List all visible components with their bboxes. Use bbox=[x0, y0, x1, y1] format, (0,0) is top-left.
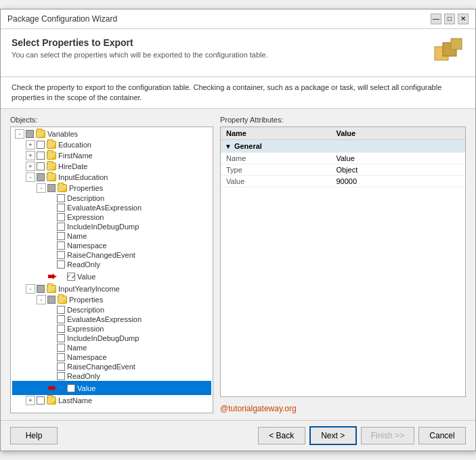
expander-icon[interactable]: - bbox=[37, 295, 46, 304]
window-controls: — □ ✕ bbox=[431, 14, 469, 24]
tree-item-includedebug1[interactable]: IncludeInDebugDump bbox=[12, 222, 211, 231]
tree-label: Expression bbox=[67, 325, 104, 333]
expander-icon[interactable]: + bbox=[26, 140, 35, 150]
prop-name: Name bbox=[221, 153, 330, 164]
minimize-button[interactable]: — bbox=[431, 14, 441, 24]
tree-item-properties1[interactable]: -Properties bbox=[12, 183, 211, 193]
tree-item-education[interactable]: +Education bbox=[12, 139, 211, 150]
tree-item-desc1[interactable]: Description bbox=[12, 193, 211, 203]
tree-item-lastname[interactable]: +LastName bbox=[12, 395, 211, 406]
expander-icon[interactable]: + bbox=[26, 151, 35, 160]
header-section: Select Properties to Export You can sele… bbox=[1, 29, 475, 77]
folder-icon bbox=[58, 184, 67, 192]
tree-label: FirstName bbox=[58, 152, 93, 160]
tree-item-namespace1[interactable]: Namespace bbox=[12, 241, 211, 250]
tree-item-includedebug2[interactable]: IncludeInDebugDump bbox=[12, 334, 211, 343]
checkbox[interactable] bbox=[37, 396, 45, 405]
checkbox[interactable] bbox=[37, 141, 45, 149]
checkbox[interactable] bbox=[57, 260, 65, 269]
checkbox[interactable] bbox=[47, 184, 56, 192]
folder-icon bbox=[47, 396, 56, 405]
tree-item-variables[interactable]: -Variables bbox=[12, 129, 211, 139]
tree-item-name2[interactable]: Name bbox=[12, 343, 211, 352]
checkbox[interactable] bbox=[57, 232, 65, 240]
tree-item-properties2[interactable]: -Properties bbox=[12, 294, 211, 305]
checkbox[interactable] bbox=[37, 162, 45, 170]
checkbox[interactable] bbox=[57, 334, 65, 342]
tree-label: InputEducation bbox=[58, 173, 108, 181]
tree-item-value1[interactable]: ➨✓Value bbox=[12, 269, 211, 283]
tree-label: IncludeInDebugDump bbox=[67, 223, 139, 231]
finish-button[interactable]: Finish >> bbox=[361, 427, 414, 444]
arrow-icon: ➨ bbox=[47, 270, 56, 283]
props-row: NameValue bbox=[221, 153, 465, 164]
tree-item-expr2[interactable]: Expression bbox=[12, 324, 211, 334]
prop-value: Object bbox=[330, 164, 465, 176]
next-button[interactable]: Next > bbox=[309, 426, 357, 445]
tree-item-raisechanged2[interactable]: RaiseChangedEvent bbox=[12, 362, 211, 371]
help-button[interactable]: Help bbox=[10, 427, 58, 444]
tree-label: EvaluateAsExpression bbox=[67, 315, 142, 323]
props-row: TypeObject bbox=[221, 164, 465, 176]
tree-item-expr1[interactable]: Expression bbox=[12, 212, 211, 222]
tree-item-firstname[interactable]: +FirstName bbox=[12, 150, 211, 161]
tree-container[interactable]: -Variables+Education+FirstName+HireDate-… bbox=[10, 127, 213, 413]
tree-label: LastName bbox=[58, 396, 92, 405]
tree-item-namespace2[interactable]: Namespace bbox=[12, 352, 211, 362]
tree-item-hiredate[interactable]: +HireDate bbox=[12, 161, 211, 172]
maximize-button[interactable]: □ bbox=[444, 14, 455, 24]
checkbox[interactable] bbox=[57, 372, 65, 380]
tree-item-raisechanged1[interactable]: RaiseChangedEvent bbox=[12, 250, 211, 260]
page-title: Select Properties to Export bbox=[12, 37, 268, 48]
checkbox[interactable] bbox=[57, 306, 65, 314]
expander-icon[interactable]: - bbox=[26, 172, 35, 182]
checkbox[interactable] bbox=[57, 204, 65, 212]
folder-icon bbox=[36, 130, 45, 138]
tree-item-name1[interactable]: Name bbox=[12, 231, 211, 241]
checkbox[interactable] bbox=[37, 152, 45, 160]
checkbox[interactable] bbox=[57, 344, 65, 352]
checkbox[interactable] bbox=[57, 194, 65, 202]
folder-icon bbox=[47, 285, 56, 293]
expander-icon[interactable]: - bbox=[26, 284, 35, 294]
tree-item-evalexpr2[interactable]: EvaluateAsExpression bbox=[12, 315, 211, 324]
close-button[interactable]: ✕ bbox=[458, 14, 469, 24]
tree-item-readonly2[interactable]: ReadOnly bbox=[12, 371, 211, 381]
cancel-button[interactable]: Cancel bbox=[418, 427, 466, 444]
checkbox[interactable] bbox=[47, 296, 56, 304]
tree-item-readonly1[interactable]: ReadOnly bbox=[12, 260, 211, 269]
expander-icon[interactable]: - bbox=[15, 129, 24, 139]
checkbox[interactable] bbox=[57, 325, 65, 333]
checkbox[interactable] bbox=[37, 285, 45, 293]
main-content: Objects: -Variables+Education+FirstName+… bbox=[1, 109, 475, 420]
checkbox[interactable]: ✓ bbox=[67, 273, 75, 281]
tree-item-inputeducation[interactable]: -InputEducation bbox=[12, 172, 211, 183]
tree-item-desc2[interactable]: Description bbox=[12, 305, 211, 315]
tree-label: InputYearlyIncome bbox=[58, 285, 120, 293]
tree-label: Name bbox=[67, 344, 87, 352]
checkbox[interactable] bbox=[57, 213, 65, 221]
checkbox[interactable] bbox=[57, 353, 65, 361]
tree-label: Value bbox=[77, 273, 95, 281]
checkbox[interactable]: ✓ bbox=[67, 384, 75, 392]
checkbox[interactable] bbox=[57, 315, 65, 323]
checkbox[interactable] bbox=[57, 363, 65, 371]
expander-icon[interactable]: - bbox=[37, 183, 46, 193]
title-bar: Package Configuration Wizard — □ ✕ bbox=[1, 9, 475, 29]
back-button[interactable]: < Back bbox=[258, 427, 305, 444]
prop-value: Value bbox=[330, 153, 465, 164]
footer: Help < Back Next > Finish >> Cancel bbox=[1, 420, 475, 451]
checkbox[interactable] bbox=[57, 242, 65, 250]
checkbox[interactable] bbox=[26, 130, 34, 138]
expander-icon[interactable]: + bbox=[26, 162, 35, 171]
tree-item-value2[interactable]: ➨✓Value bbox=[12, 381, 211, 395]
tree-item-evalexpr1[interactable]: EvaluateAsExpression bbox=[12, 203, 211, 212]
description-text: Check the property to export to the conf… bbox=[12, 83, 441, 101]
checkbox[interactable] bbox=[57, 251, 65, 259]
checkbox[interactable] bbox=[37, 173, 45, 181]
expander-icon[interactable]: + bbox=[26, 396, 35, 405]
tree-item-inputyearlyincome[interactable]: -InputYearlyIncome bbox=[12, 283, 211, 294]
arrow-icon: ➨ bbox=[47, 382, 56, 394]
tree-label: Description bbox=[67, 194, 104, 202]
checkbox[interactable] bbox=[57, 223, 65, 231]
